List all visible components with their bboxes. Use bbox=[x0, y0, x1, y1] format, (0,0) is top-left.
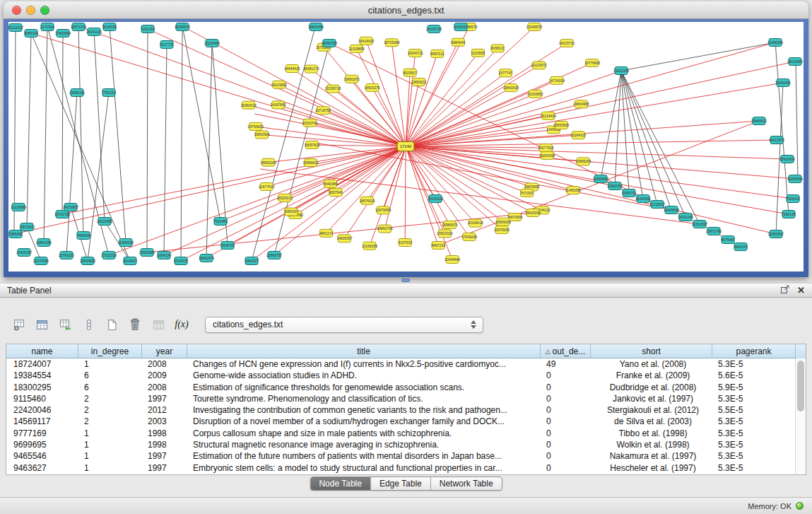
svg-text:6056057: 6056057 bbox=[284, 209, 298, 214]
tab-edge-table[interactable]: Edge Table bbox=[371, 477, 431, 490]
function-builder-button[interactable]: f(x) bbox=[172, 315, 192, 334]
table-disabled-icon bbox=[153, 319, 165, 331]
column-header-name[interactable]: name bbox=[6, 344, 78, 358]
new-document-icon bbox=[106, 319, 118, 331]
svg-text:24151115: 24151115 bbox=[86, 30, 102, 34]
table-row[interactable]: 1830029562008Estimation of significance … bbox=[6, 382, 795, 393]
svg-text:24664958: 24664958 bbox=[573, 102, 589, 106]
table-body: 1872400712008Changes of HCN gene express… bbox=[6, 358, 795, 474]
network-window-titlebar[interactable]: citations_edges.txt bbox=[4, 1, 808, 19]
zoom-window-button[interactable] bbox=[40, 6, 49, 15]
svg-text:23641525: 23641525 bbox=[503, 86, 519, 90]
cell-year: 1997 bbox=[142, 393, 187, 404]
column-header-year[interactable]: year bbox=[142, 344, 187, 358]
svg-text:4337539: 4337539 bbox=[398, 240, 412, 245]
table-row[interactable]: 1938455462009Genome-wide association stu… bbox=[6, 370, 795, 381]
svg-text:12975893: 12975893 bbox=[375, 208, 391, 212]
table-row[interactable]: 911546021997Tourette syndrome. Phenomeno… bbox=[6, 393, 795, 404]
cell-in_degree: 6 bbox=[78, 382, 142, 393]
new-document-button[interactable] bbox=[102, 315, 122, 334]
cell-short: Dudbridge et al. (2008) bbox=[591, 382, 712, 393]
svg-text:9837941: 9837941 bbox=[329, 190, 343, 194]
cell-title: Tourette syndrome. Phenomenology and cla… bbox=[187, 393, 541, 404]
svg-text:19820490: 19820490 bbox=[308, 25, 324, 29]
network-canvas[interactable]: 1838251814187882191299922444641514381279… bbox=[4, 19, 808, 277]
svg-text:24876655: 24876655 bbox=[524, 185, 539, 189]
table-mode-button[interactable] bbox=[8, 315, 28, 334]
close-window-button[interactable] bbox=[12, 6, 21, 15]
svg-text:6684044: 6684044 bbox=[452, 40, 466, 45]
table-row[interactable]: 969969511998Structural magnetic resonanc… bbox=[6, 439, 795, 450]
application-window: citations_edges.txt 18382518141878821912… bbox=[0, 0, 812, 514]
svg-text:4355731: 4355731 bbox=[622, 191, 636, 195]
svg-text:6436267: 6436267 bbox=[454, 25, 468, 29]
cell-year: 1998 bbox=[142, 439, 187, 450]
cell-pagerank: 5.3E-5 bbox=[712, 439, 795, 450]
column-header-title[interactable]: title bbox=[187, 344, 541, 358]
svg-text:13572812: 13572812 bbox=[19, 225, 35, 229]
column-header-pagerank[interactable]: pagerank bbox=[712, 344, 796, 358]
import-table-button[interactable] bbox=[55, 315, 75, 334]
cell-in_degree: 1 bbox=[78, 428, 142, 439]
cell-pagerank: 5.3E-5 bbox=[712, 462, 795, 474]
cell-pagerank: 5.3E-5 bbox=[712, 428, 795, 439]
delete-table-button[interactable] bbox=[125, 315, 145, 334]
svg-text:17240: 17240 bbox=[400, 144, 412, 148]
close-panel-icon[interactable]: ✕ bbox=[797, 285, 805, 296]
cell-title: Estimation of the future numbers of pati… bbox=[187, 450, 541, 462]
cell-out_degree: 0 bbox=[541, 404, 591, 416]
column-header-in_degree[interactable]: in_degree bbox=[78, 344, 142, 358]
tab-network-table[interactable]: Network Table bbox=[431, 477, 502, 490]
combo-arrows-icon bbox=[469, 320, 478, 329]
table-row[interactable]: 2242004622012Investigating the contribut… bbox=[6, 404, 795, 416]
svg-text:18576023: 18576023 bbox=[359, 199, 375, 203]
svg-text:14215710: 14215710 bbox=[559, 41, 575, 45]
table-row[interactable]: 946362711997Embryonic stem cells: a mode… bbox=[6, 462, 795, 474]
table-row[interactable]: 977716911998Corpus callosum shape and si… bbox=[6, 428, 795, 439]
show-columns-icon bbox=[36, 319, 48, 331]
cell-in_degree: 1 bbox=[78, 358, 142, 370]
minimize-window-button[interactable] bbox=[26, 6, 35, 15]
table-row[interactable]: 1872400712008Changes of HCN gene express… bbox=[6, 358, 795, 370]
cell-pagerank: 5.3E-5 bbox=[712, 358, 795, 370]
svg-text:1064224: 1064224 bbox=[157, 253, 171, 257]
column-header-short[interactable]: short bbox=[591, 344, 712, 358]
svg-text:18382518: 18382518 bbox=[240, 103, 256, 107]
cell-year: 2003 bbox=[142, 416, 187, 427]
svg-text:8618035: 8618035 bbox=[102, 25, 117, 29]
svg-text:7885895: 7885895 bbox=[8, 232, 23, 236]
float-panel-icon[interactable] bbox=[780, 284, 790, 296]
svg-text:14605357: 14605357 bbox=[336, 236, 352, 240]
svg-text:14734209: 14734209 bbox=[549, 78, 565, 83]
cell-year: 2008 bbox=[142, 358, 187, 370]
svg-text:24446415: 24446415 bbox=[284, 66, 300, 71]
svg-text:16416433: 16416433 bbox=[358, 39, 374, 43]
svg-text:12895265: 12895265 bbox=[575, 159, 591, 163]
column-header-out_degree[interactable]: △out_de... bbox=[541, 344, 591, 358]
show-columns-button[interactable] bbox=[32, 315, 52, 334]
table-selector[interactable]: citations_edges.txt bbox=[205, 317, 483, 333]
scrollbar-thumb[interactable] bbox=[797, 361, 804, 411]
table-header-row: namein_degreeyeartitle△out_de...shortpag… bbox=[6, 344, 806, 358]
svg-text:13719755: 13719755 bbox=[315, 108, 331, 112]
svg-text:7689544: 7689544 bbox=[76, 233, 90, 238]
svg-text:19062974: 19062974 bbox=[199, 256, 214, 260]
table-row[interactable]: 1456911722003Disruption of a novel membe… bbox=[6, 416, 795, 427]
cell-name: 18300295 bbox=[6, 382, 78, 393]
row-height-button[interactable] bbox=[78, 315, 98, 334]
vertical-scrollbar[interactable] bbox=[795, 358, 806, 474]
splitter-handle[interactable] bbox=[401, 279, 410, 282]
cell-out_degree: 49 bbox=[541, 358, 591, 370]
window-title: citations_edges.txt bbox=[368, 5, 445, 16]
tab-node-table[interactable]: Node Table bbox=[310, 477, 371, 490]
svg-text:19129992: 19129992 bbox=[271, 83, 287, 87]
svg-text:23228464: 23228464 bbox=[204, 41, 220, 45]
table-row[interactable]: 946554611997Estimation of the future num… bbox=[6, 450, 795, 462]
svg-text:20202741: 20202741 bbox=[302, 121, 317, 125]
table-disabled-button[interactable] bbox=[148, 315, 168, 334]
svg-text:5019539: 5019539 bbox=[174, 259, 188, 263]
citation-network-graph[interactable]: 1838251814187882191299922444641514381279… bbox=[8, 22, 804, 271]
cell-in_degree: 1 bbox=[78, 462, 142, 474]
svg-text:20159718: 20159718 bbox=[325, 86, 341, 90]
svg-text:15277519: 15277519 bbox=[538, 146, 553, 150]
